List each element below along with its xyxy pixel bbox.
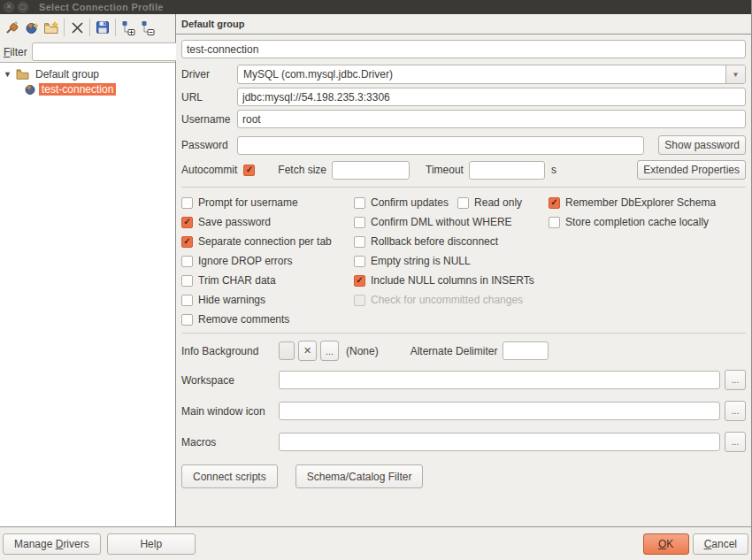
checkbox-rollback-before-disconnect[interactable] <box>354 236 365 248</box>
info-background-swatch[interactable] <box>279 341 295 360</box>
option-remember-dbexplorer-schema[interactable]: Remember DbExplorer Schema <box>549 196 716 209</box>
filter-label: Filter <box>4 46 27 58</box>
option-save-password[interactable]: Save password <box>181 216 271 228</box>
option-include-null-columns-in-inserts[interactable]: Include NULL columns in INSERTs <box>354 274 534 287</box>
info-background-label: Info Background <box>181 345 279 357</box>
option-row: Check for uncommitted changes <box>354 290 549 310</box>
option-confirm-dml-without-where[interactable]: Confirm DML without WHERE <box>354 216 512 228</box>
option-rollback-before-disconnect[interactable]: Rollback before disconnect <box>354 235 498 248</box>
delete-profile-icon[interactable] <box>67 18 87 37</box>
titlebar: ✕ ▢ Select Connection Profile <box>0 0 751 14</box>
main-window-icon-browse-button[interactable]: ... <box>725 401 746 421</box>
help-button[interactable]: Help <box>107 533 196 555</box>
option-prompt-for-username[interactable]: Prompt for username <box>181 196 298 209</box>
clear-color-button[interactable]: ✕ <box>298 341 317 361</box>
macros-browse-button[interactable]: ... <box>725 432 746 452</box>
checkbox-confirm-updates[interactable] <box>354 197 365 209</box>
alternate-delimiter-input[interactable] <box>503 341 549 360</box>
show-password-button[interactable]: Show password <box>658 135 746 155</box>
option-ignore-drop-errors[interactable]: Ignore DROP errors <box>181 255 292 267</box>
username-input[interactable] <box>237 110 746 128</box>
main-window-icon-input[interactable] <box>279 402 720 420</box>
tree-profile-row[interactable]: test-connection <box>0 81 175 96</box>
alternate-delimiter-label: Alternate Delimiter <box>411 345 498 357</box>
ok-button[interactable]: OK <box>643 533 689 555</box>
url-input[interactable] <box>237 88 746 106</box>
checkbox-include-null-columns-in-inserts[interactable] <box>354 275 365 287</box>
tree-profile-label[interactable]: test-connection <box>39 83 116 96</box>
close-window-icon[interactable]: ✕ <box>4 2 14 12</box>
options-column-1: Prompt for usernameSave passwordSeparate… <box>181 193 354 329</box>
manage-drivers-button[interactable]: Manage Drivers <box>3 533 101 555</box>
driver-select[interactable]: MySQL (com.mysql.jdbc.Driver) ▼ <box>237 65 746 84</box>
timeout-input[interactable] <box>469 161 545 180</box>
checkbox-remove-comments[interactable] <box>181 314 193 326</box>
connect-scripts-button[interactable]: Connect scripts <box>181 464 278 488</box>
option-hide-warnings[interactable]: Hide warnings <box>181 294 265 306</box>
option-row: Trim CHAR data <box>181 271 354 290</box>
workspace-browse-button[interactable]: ... <box>725 370 746 390</box>
checkbox-label: Prompt for username <box>198 196 298 209</box>
tree-group-label[interactable]: Default group <box>33 68 102 81</box>
profile-tree-panel: Filter ▼ Default group test-connection <box>0 14 176 526</box>
save-profiles-icon[interactable] <box>93 18 112 37</box>
option-row: Empty string is NULL <box>354 251 549 271</box>
checkbox-remember-dbexplorer-schema[interactable] <box>549 197 560 209</box>
checkbox-hide-warnings[interactable] <box>181 295 193 306</box>
profile-form: Driver MySQL (com.mysql.jdbc.Driver) ▼ U… <box>176 35 751 526</box>
window-title: Select Connection Profile <box>39 2 164 12</box>
pick-color-button[interactable]: ... <box>320 341 339 361</box>
tree-group-row[interactable]: ▼ Default group <box>0 66 175 81</box>
collapse-groups-icon[interactable] <box>138 18 157 37</box>
info-background-value: (None) <box>346 345 379 357</box>
checkbox-save-password[interactable] <box>181 217 193 228</box>
option-row: Separate connection per tab <box>181 232 354 251</box>
chevron-down-icon[interactable]: ▼ <box>725 65 745 83</box>
expand-groups-icon[interactable] <box>119 18 138 37</box>
new-group-icon[interactable] <box>42 18 61 37</box>
password-input[interactable] <box>237 136 644 155</box>
password-label: Password <box>181 139 237 151</box>
checkbox-read-only[interactable] <box>457 197 469 209</box>
cancel-button[interactable]: Cancel <box>693 533 748 555</box>
checkbox-label: Rollback before disconnect <box>371 235 498 248</box>
checkbox-prompt-for-username[interactable] <box>181 197 193 209</box>
checkbox-label: Ignore DROP errors <box>198 255 292 267</box>
username-label: Username <box>181 113 237 126</box>
option-store-completion-cache-locally[interactable]: Store completion cache locally <box>549 216 709 228</box>
extended-properties-button[interactable]: Extended Properties <box>637 160 746 180</box>
checkbox-trim-char-data[interactable] <box>181 275 193 287</box>
autocommit-checkbox[interactable] <box>243 165 255 176</box>
option-read-only[interactable]: Read only <box>457 196 522 209</box>
fetch-size-input[interactable] <box>332 161 410 180</box>
checkbox-ignore-drop-errors[interactable] <box>181 256 193 267</box>
maximize-window-icon[interactable]: ▢ <box>18 2 28 12</box>
schema-catalog-filter-button[interactable]: Schema/Catalog Filter <box>295 464 424 488</box>
profile-editor-panel: Default group Driver MySQL (com.mysql.jd… <box>176 14 751 526</box>
option-trim-char-data[interactable]: Trim CHAR data <box>181 274 276 287</box>
profile-toolbar <box>0 14 175 41</box>
workspace-input[interactable] <box>279 371 720 389</box>
checkbox-label: Remember DbExplorer Schema <box>565 196 716 209</box>
copy-profile-icon[interactable] <box>22 18 42 37</box>
option-empty-string-is-null[interactable]: Empty string is NULL <box>354 255 471 267</box>
option-separate-connection-per-tab[interactable]: Separate connection per tab <box>181 235 332 248</box>
checkbox-separate-connection-per-tab[interactable] <box>181 236 193 248</box>
macros-label: Macros <box>181 436 279 449</box>
toolbar-separator <box>115 19 116 36</box>
profile-name-input[interactable] <box>181 40 746 58</box>
checkbox-label: Confirm DML without WHERE <box>371 216 512 228</box>
fetch-size-label: Fetch size <box>278 164 326 176</box>
option-confirm-updates[interactable]: Confirm updates <box>354 196 449 209</box>
option-row: Remember DbExplorer Schema <box>549 193 746 212</box>
filter-input[interactable] <box>32 42 180 61</box>
tree-expander-icon[interactable]: ▼ <box>4 70 12 79</box>
new-profile-icon[interactable] <box>3 18 22 37</box>
checkbox-label: Remove comments <box>198 313 289 326</box>
macros-input[interactable] <box>279 433 720 451</box>
option-remove-comments[interactable]: Remove comments <box>181 313 289 326</box>
checkbox-empty-string-is-null[interactable] <box>354 256 365 267</box>
checkbox-confirm-dml-without-where[interactable] <box>354 217 365 228</box>
timeout-unit-label: s <box>551 164 556 176</box>
checkbox-store-completion-cache-locally[interactable] <box>549 217 560 228</box>
